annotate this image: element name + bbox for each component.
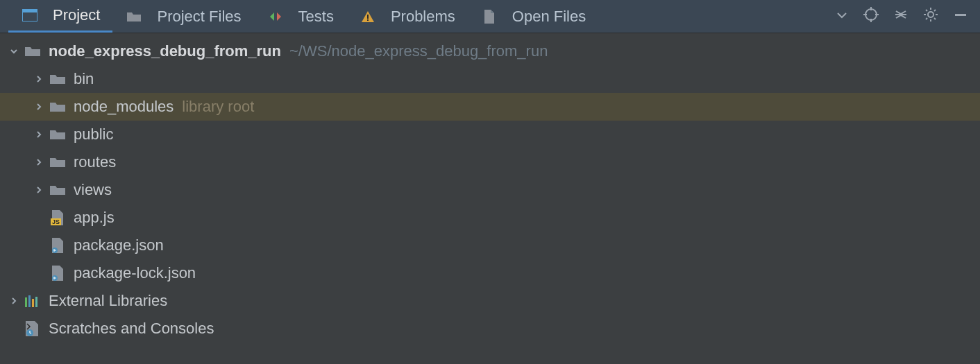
tab-open-files[interactable]: Open Files [468,0,598,33]
svg-rect-27 [35,297,37,307]
svg-rect-2 [367,15,369,19]
project-icon [21,8,39,23]
chevron-down-icon[interactable] [7,44,21,58]
tree-root[interactable]: node_express_debug_from_run ~/WS/node_ex… [0,37,980,65]
chevron-right-icon[interactable] [32,155,46,169]
svg-line-15 [926,10,927,11]
project-tree[interactable]: node_express_debug_from_run ~/WS/node_ex… [0,33,980,343]
file-icon [480,9,498,24]
node-label: node_express_debug_from_run [49,42,281,60]
svg-rect-3 [367,19,369,21]
tree-folder-bin[interactable]: bin [0,65,980,93]
folder-icon [24,44,42,59]
svg-rect-19 [955,14,966,16]
json-file-icon [49,266,67,281]
svg-line-16 [934,18,936,19]
tab-tests[interactable]: Tests [254,0,346,33]
tree-external-libraries[interactable]: External Libraries [0,287,980,315]
folder-icon [49,71,67,87]
node-hint: library root [182,98,254,116]
node-label: app.js [74,209,115,227]
tree-file-package-lock-json[interactable]: package-lock.json [0,259,980,287]
js-file-icon: JS [49,210,67,225]
svg-point-10 [928,12,933,17]
svg-line-17 [926,18,927,19]
collapse-all-icon[interactable] [894,8,908,26]
scratches-icon [24,321,42,336]
tab-label: Tests [298,8,334,26]
tree-file-appjs[interactable]: JS app.js [0,204,980,232]
chevron-right-icon[interactable] [32,100,46,114]
gear-icon[interactable] [923,7,938,26]
folder-icon [49,127,67,142]
node-label: public [74,125,113,144]
folder-icon [49,99,67,114]
chevron-right-icon[interactable] [7,294,21,308]
tab-label: Open Files [512,8,586,26]
node-label: views [74,181,112,199]
chevron-right-icon[interactable] [32,72,46,86]
tab-problems[interactable]: Problems [346,0,468,33]
tree-folder-routes[interactable]: routes [0,148,980,176]
chevron-right-icon[interactable] [32,128,46,141]
tests-icon [267,9,285,24]
svg-rect-26 [32,299,34,307]
tree-folder-node-modules[interactable]: node_modules library root [0,93,980,121]
minimize-icon[interactable] [954,8,968,26]
toolbar-icons [836,7,980,26]
node-label: package-lock.json [74,264,196,282]
node-label: routes [74,153,116,171]
node-label: Scratches and Consoles [49,320,214,338]
tool-window-tab-bar: Project Project Files Tests Problems Ope… [0,0,980,33]
svg-line-18 [934,10,936,11]
libraries-icon [24,293,42,309]
svg-text:JS: JS [52,218,60,225]
chevron-right-icon[interactable] [32,183,46,197]
tab-label: Problems [391,8,455,26]
svg-rect-25 [28,295,31,307]
folder-icon [125,9,143,24]
tab-label: Project Files [157,8,241,26]
tree-folder-public[interactable]: public [0,121,980,148]
tree-scratches-consoles[interactable]: Scratches and Consoles [0,315,980,343]
folder-icon [49,155,67,170]
tree-folder-views[interactable]: views [0,176,980,204]
folder-icon [49,182,67,198]
svg-point-4 [865,9,877,20]
node-label: bin [74,70,94,88]
target-icon[interactable] [863,7,879,26]
node-label: node_modules [74,98,174,116]
tab-project-files[interactable]: Project Files [112,0,253,33]
tab-project[interactable]: Project [8,0,112,33]
tab-label: Project [53,6,100,24]
node-label: External Libraries [49,292,167,310]
tree-file-package-json[interactable]: package.json [0,232,980,259]
problems-icon [359,9,377,24]
svg-rect-1 [22,9,37,12]
svg-rect-24 [25,297,27,307]
node-path: ~/WS/node_express_debug_from_run [289,42,548,60]
json-file-icon [49,238,67,253]
chevron-down-icon[interactable] [836,8,848,26]
node-label: package.json [74,236,164,254]
